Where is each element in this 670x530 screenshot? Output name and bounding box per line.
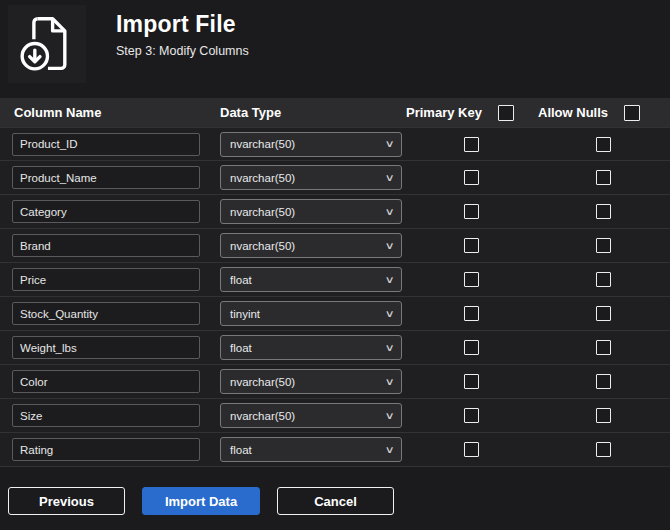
table-row: float ∨ <box>0 331 670 365</box>
data-type-value: nvarchar(50) <box>230 376 295 388</box>
data-type-value: nvarchar(50) <box>230 410 295 422</box>
chevron-down-icon: ∨ <box>384 207 394 217</box>
column-name-input[interactable] <box>12 370 200 393</box>
import-file-icon <box>8 5 86 83</box>
table-row: float ∨ <box>0 263 670 297</box>
primary-key-checkbox[interactable] <box>464 340 479 355</box>
table-row: nvarchar(50) ∨ <box>0 399 670 433</box>
column-name-input[interactable] <box>12 336 200 359</box>
previous-button[interactable]: Previous <box>8 487 125 515</box>
table-row: nvarchar(50) ∨ <box>0 127 670 161</box>
allow-nulls-checkbox[interactable] <box>596 374 611 389</box>
primary-key-checkbox[interactable] <box>464 137 479 152</box>
primary-key-checkbox[interactable] <box>464 170 479 185</box>
page-title: Import File <box>116 11 249 38</box>
data-type-value: nvarchar(50) <box>230 206 295 218</box>
allow-nulls-checkbox[interactable] <box>596 137 611 152</box>
column-name-input[interactable] <box>12 268 200 291</box>
table-row: float ∨ <box>0 433 670 467</box>
primary-key-checkbox[interactable] <box>464 238 479 253</box>
data-type-value: float <box>230 342 252 354</box>
data-type-value: nvarchar(50) <box>230 172 295 184</box>
data-type-select[interactable]: nvarchar(50) ∨ <box>220 233 402 258</box>
allow-nulls-checkbox[interactable] <box>596 272 611 287</box>
table-body: nvarchar(50) ∨ nvarchar(50) ∨ <box>0 127 670 467</box>
primary-key-checkbox[interactable] <box>464 204 479 219</box>
table-row: nvarchar(50) ∨ <box>0 229 670 263</box>
data-type-value: tinyint <box>230 308 260 320</box>
allow-nulls-checkbox[interactable] <box>596 340 611 355</box>
data-type-value: float <box>230 444 252 456</box>
table-row: tinyint ∨ <box>0 297 670 331</box>
table-row: nvarchar(50) ∨ <box>0 195 670 229</box>
chevron-down-icon: ∨ <box>384 139 394 149</box>
data-type-select[interactable]: nvarchar(50) ∨ <box>220 403 402 428</box>
primary-key-checkbox[interactable] <box>464 408 479 423</box>
chevron-down-icon: ∨ <box>384 411 394 421</box>
allow-nulls-checkbox[interactable] <box>596 238 611 253</box>
column-name-input[interactable] <box>12 302 200 325</box>
import-data-button[interactable]: Import Data <box>142 487 260 515</box>
allow-nulls-select-all-checkbox[interactable] <box>624 105 640 121</box>
chevron-down-icon: ∨ <box>384 343 394 353</box>
chevron-down-icon: ∨ <box>384 241 394 251</box>
data-type-select[interactable]: nvarchar(50) ∨ <box>220 369 402 394</box>
chevron-down-icon: ∨ <box>384 309 394 319</box>
allow-nulls-checkbox[interactable] <box>596 306 611 321</box>
primary-key-select-all-checkbox[interactable] <box>498 105 514 121</box>
data-type-value: nvarchar(50) <box>230 138 295 150</box>
allow-nulls-header: Allow Nulls <box>538 105 608 120</box>
chevron-down-icon: ∨ <box>384 445 394 455</box>
primary-key-header: Primary Key <box>406 105 482 120</box>
chevron-down-icon: ∨ <box>384 173 394 183</box>
column-name-input[interactable] <box>12 438 200 461</box>
cancel-button[interactable]: Cancel <box>277 487 394 515</box>
data-type-select[interactable]: nvarchar(50) ∨ <box>220 199 402 224</box>
table-row: nvarchar(50) ∨ <box>0 365 670 399</box>
column-name-input[interactable] <box>12 133 200 156</box>
data-type-select[interactable]: float ∨ <box>220 267 402 292</box>
column-name-input[interactable] <box>12 166 200 189</box>
primary-key-checkbox[interactable] <box>464 442 479 457</box>
data-type-header: Data Type <box>206 105 406 120</box>
chevron-down-icon: ∨ <box>384 275 394 285</box>
primary-key-checkbox[interactable] <box>464 374 479 389</box>
primary-key-checkbox[interactable] <box>464 306 479 321</box>
page-header: Import File Step 3: Modify Columns <box>0 0 670 83</box>
allow-nulls-checkbox[interactable] <box>596 442 611 457</box>
data-type-select[interactable]: tinyint ∨ <box>220 301 402 326</box>
data-type-select[interactable]: float ∨ <box>220 437 402 462</box>
data-type-value: float <box>230 274 252 286</box>
chevron-down-icon: ∨ <box>384 377 394 387</box>
allow-nulls-checkbox[interactable] <box>596 204 611 219</box>
data-type-value: nvarchar(50) <box>230 240 295 252</box>
allow-nulls-checkbox[interactable] <box>596 408 611 423</box>
allow-nulls-checkbox[interactable] <box>596 170 611 185</box>
column-name-header: Column Name <box>0 105 206 120</box>
column-name-input[interactable] <box>12 234 200 257</box>
data-type-select[interactable]: nvarchar(50) ∨ <box>220 165 402 190</box>
table-row: nvarchar(50) ∨ <box>0 161 670 195</box>
column-name-input[interactable] <box>12 200 200 223</box>
primary-key-checkbox[interactable] <box>464 272 479 287</box>
columns-table: Column Name Data Type Primary Key Allow … <box>0 98 670 467</box>
data-type-select[interactable]: nvarchar(50) ∨ <box>220 132 402 157</box>
page-subtitle: Step 3: Modify Columns <box>116 44 249 58</box>
table-header-row: Column Name Data Type Primary Key Allow … <box>0 98 670 127</box>
column-name-input[interactable] <box>12 404 200 427</box>
data-type-select[interactable]: float ∨ <box>220 335 402 360</box>
footer-actions: Previous Import Data Cancel <box>0 467 670 515</box>
